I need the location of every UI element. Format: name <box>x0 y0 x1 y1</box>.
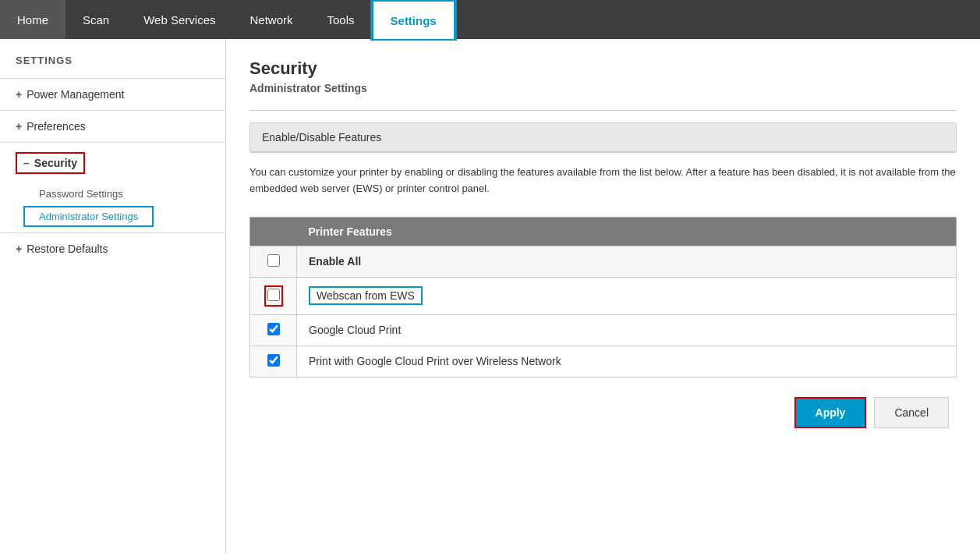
main-layout: SETTINGS + Power Management + Preference… <box>0 39 980 553</box>
sidebar-item-preferences[interactable]: + Preferences <box>0 111 225 142</box>
security-label: Security <box>34 157 77 169</box>
security-sub-items: Password Settings Administrator Settings <box>0 183 225 232</box>
nav-item-settings[interactable]: Settings <box>372 0 455 39</box>
security-highlight-box: – Security <box>16 152 85 174</box>
webscan-label: Webscan from EWS <box>317 289 415 302</box>
security-prefix: – <box>23 157 30 169</box>
sidebar-item-restore-defaults[interactable]: + Restore Defaults <box>0 233 225 264</box>
nav-item-webservices[interactable]: Web Services <box>126 0 232 39</box>
page-subtitle: Administrator Settings <box>249 82 957 94</box>
main-nav: Home Scan Web Services Network Tools Set… <box>0 0 980 39</box>
webscan-checkbox[interactable] <box>267 289 280 301</box>
wireless-print-label-cell: Print with Google Cloud Print over Wirel… <box>297 346 957 377</box>
enable-all-label-cell: Enable All <box>297 246 957 277</box>
pref-label: Preferences <box>27 120 85 133</box>
sidebar-heading: SETTINGS <box>0 55 225 78</box>
google-cloud-label-cell: Google Cloud Print <box>297 314 957 346</box>
google-cloud-checkbox[interactable] <box>267 323 280 335</box>
enable-all-checkbox-cell <box>250 246 297 277</box>
content-area: Security Administrator Settings Enable/D… <box>226 39 980 553</box>
table-row-enable-all: Enable All <box>250 246 957 277</box>
sidebar-section-security: – Security Password Settings Administrat… <box>0 142 225 232</box>
enable-all-label: Enable All <box>309 255 361 268</box>
wireless-print-label: Print with Google Cloud Print over Wirel… <box>309 355 561 367</box>
apply-button[interactable]: Apply <box>794 397 867 428</box>
restore-label: Restore Defaults <box>27 243 108 255</box>
table-row-webscan: Webscan from EWS <box>250 277 957 314</box>
cancel-button[interactable]: Cancel <box>874 397 949 428</box>
sidebar: SETTINGS + Power Management + Preference… <box>0 39 226 553</box>
enable-all-checkbox[interactable] <box>267 254 280 267</box>
nav-item-scan[interactable]: Scan <box>65 0 126 39</box>
footer-buttons: Apply Cancel <box>249 397 957 428</box>
webscan-text-highlight: Webscan from EWS <box>309 286 423 305</box>
nav-item-network[interactable]: Network <box>232 0 310 39</box>
google-cloud-checkbox-cell <box>250 314 297 346</box>
sidebar-item-security[interactable]: – Security <box>0 143 225 183</box>
nav-item-tools[interactable]: Tools <box>310 0 372 39</box>
sidebar-item-power-management[interactable]: + Power Management <box>0 79 225 110</box>
table-row-google-cloud: Google Cloud Print <box>250 314 957 346</box>
nav-item-home[interactable]: Home <box>0 0 65 39</box>
pref-prefix: + <box>16 120 22 133</box>
webscan-checkbox-cell <box>250 277 297 314</box>
webscan-label-cell: Webscan from EWS <box>297 277 957 314</box>
password-settings-label: Password Settings <box>39 188 123 200</box>
sidebar-section-restore: + Restore Defaults <box>0 232 225 264</box>
wireless-print-checkbox-cell <box>250 346 297 377</box>
features-description: You can customize your printer by enabli… <box>249 153 957 209</box>
col-header-features: Printer Features <box>297 217 957 246</box>
power-label: Power Management <box>27 88 124 101</box>
sidebar-item-admin-settings[interactable]: Administrator Settings <box>23 206 154 227</box>
google-cloud-label: Google Cloud Print <box>309 324 401 336</box>
section-divider <box>249 110 957 111</box>
admin-settings-label: Administrator Settings <box>39 211 138 222</box>
sidebar-item-password-settings[interactable]: Password Settings <box>23 183 225 204</box>
table-row-wireless-print: Print with Google Cloud Print over Wirel… <box>250 346 957 377</box>
col-header-checkbox <box>250 217 297 246</box>
restore-prefix: + <box>16 243 22 255</box>
features-box: Enable/Disable Features <box>249 122 957 153</box>
power-prefix: + <box>16 88 22 101</box>
wireless-print-checkbox[interactable] <box>267 354 280 367</box>
page-title: Security <box>249 58 957 79</box>
sidebar-section-preferences: + Preferences <box>0 110 225 142</box>
features-table: Printer Features Enable All <box>249 217 957 378</box>
features-header: Enable/Disable Features <box>250 123 956 152</box>
sidebar-section-power: + Power Management <box>0 78 225 110</box>
webscan-checkbox-highlight <box>264 285 283 307</box>
